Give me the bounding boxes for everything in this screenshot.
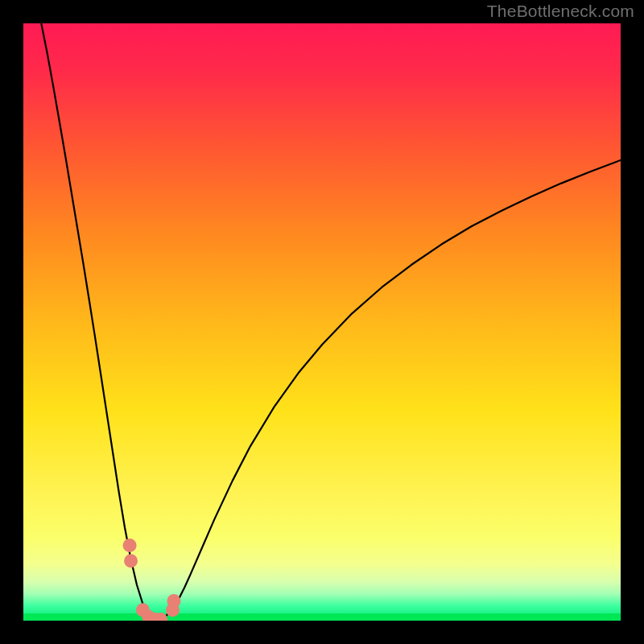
chart-frame: TheBottleneck.com bbox=[0, 0, 644, 644]
watermark-text: TheBottleneck.com bbox=[487, 2, 634, 21]
curve-marker bbox=[167, 594, 180, 608]
chart-plot-area bbox=[23, 23, 621, 621]
curve-marker bbox=[123, 539, 137, 552]
chart-svg bbox=[23, 23, 621, 621]
chart-green-strip bbox=[23, 613, 621, 621]
chart-gradient-bg bbox=[23, 23, 621, 621]
curve-marker bbox=[124, 554, 138, 568]
